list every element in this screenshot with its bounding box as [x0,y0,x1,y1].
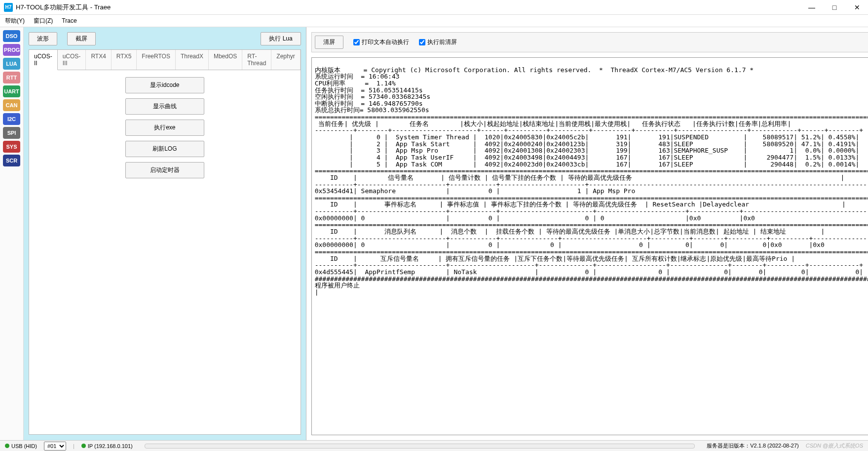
rail-prog[interactable]: PROG [3,44,20,56]
wrap-checkbox[interactable]: 打印文本自动换行 [353,38,409,46]
preclear-checkbox-label: 执行前清屏 [427,38,457,46]
statusbar: USB (HID) #01 | IP (192.168.0.101) 服务器是旧… [0,440,868,451]
tab-rt-thread[interactable]: RT-Thread [242,50,271,70]
watermark-label: CSDN @嵌入式系统OS [806,442,863,450]
rail-rtt[interactable]: RTT [3,72,20,83]
rail-spi[interactable]: SPI [3,127,20,139]
tab-ucos-iii[interactable]: uCOS-III [58,50,86,70]
action-button-3[interactable]: 刷新LOG [125,141,204,157]
menu-trace[interactable]: Trace [62,17,76,24]
connection-label: USB (HID) [11,443,37,449]
action-button-1[interactable]: 显示曲线 [125,98,204,115]
side-rail: DSOPROGLUARTTUARTCANI2CSPISYSSCR [0,27,24,440]
run-lua-button[interactable]: 执行 Lua [261,32,301,45]
menu-help[interactable]: 帮助(Y) [5,17,25,25]
channel-select[interactable]: #01 [44,442,66,451]
waveform-button[interactable]: 波形 [29,32,57,45]
connection-status: USB (HID) [5,443,37,449]
tab-threadx[interactable]: ThreadX [176,50,209,70]
action-button-2[interactable]: 执行exe [125,120,204,136]
rtos-tabs: uCOS-IIuCOS-IIIRTX4RTX5FreeRTOSThreadXMb… [29,50,301,70]
window-buttons: — □ ✕ [805,2,864,12]
menu-window[interactable]: 窗口(Z) [34,17,53,25]
center-toolbar: 波形 截屏 执行 Lua [29,32,301,45]
center-column: 波形 截屏 执行 Lua uCOS-IIuCOS-IIIRTX4RTX5Free… [24,27,306,440]
app-icon: H7 [4,3,13,12]
wrap-checkbox-label: 打印文本自动换行 [362,38,409,46]
wrap-checkbox-input[interactable] [353,39,360,45]
preclear-checkbox-input[interactable] [419,39,425,45]
server-version-label: 服务器是旧版本：V2.1.8 (2022-08-27) [707,442,798,450]
tab-zephyr[interactable]: Zephyr [271,50,300,70]
tab-rtx4[interactable]: RTX4 [86,50,111,70]
rail-can[interactable]: CAN [3,99,20,111]
screenshot-button[interactable]: 截屏 [67,32,96,45]
preclear-checkbox[interactable]: 执行前清屏 [419,38,457,46]
right-column: 清屏 打印文本自动换行 执行前清屏 内核版本 = Copyright (c) M… [306,27,868,440]
tab-rtx5[interactable]: RTX5 [112,50,137,70]
rail-uart[interactable]: UART [3,85,20,97]
main-area: DSOPROGLUARTTUARTCANI2CSPISYSSCR 波形 截屏 执… [0,27,868,440]
status-separator: | [73,443,75,449]
window-title: H7-TOOL多功能开发工具 - Traee [16,3,805,12]
log-toolbar: 清屏 打印文本自动换行 执行前清屏 [311,32,868,52]
rail-lua[interactable]: LUA [3,58,20,70]
tab-mbedos[interactable]: MbedOS [209,50,242,70]
tab-freertos[interactable]: FreeRTOS [137,50,176,70]
close-button[interactable]: ✕ [850,2,864,12]
ip-indicator: IP (192.168.0.101) [81,443,133,449]
rtos-tab-content: 显示idcode显示曲线执行exe刷新LOG启动定时器 [29,70,301,190]
clear-log-button[interactable]: 清屏 [315,36,343,49]
progress-bar [145,444,695,449]
action-button-0[interactable]: 显示idcode [125,77,204,93]
rail-dso[interactable]: DSO [3,30,20,42]
ip-label: IP (192.168.0.101) [88,443,133,449]
status-dot-icon [5,444,9,448]
tab-ucos-ii[interactable]: uCOS-II [29,50,58,70]
ip-dot-icon [81,444,86,448]
menubar: 帮助(Y) 窗口(Z) Trace [0,15,868,27]
rtos-tab-panel: uCOS-IIuCOS-IIIRTX4RTX5FreeRTOSThreadXMb… [29,49,301,435]
minimize-button[interactable]: — [805,2,819,12]
titlebar: H7 H7-TOOL多功能开发工具 - Traee — □ ✕ [0,0,868,15]
log-console[interactable]: 内核版本 = Copyright (c) Microsoft Corporati… [311,57,868,435]
maximize-button[interactable]: □ [828,2,841,12]
rail-i2c[interactable]: I2C [3,113,20,125]
action-button-4[interactable]: 启动定时器 [125,162,204,178]
rail-sys[interactable]: SYS [3,141,20,153]
rail-scr[interactable]: SCR [3,155,20,166]
